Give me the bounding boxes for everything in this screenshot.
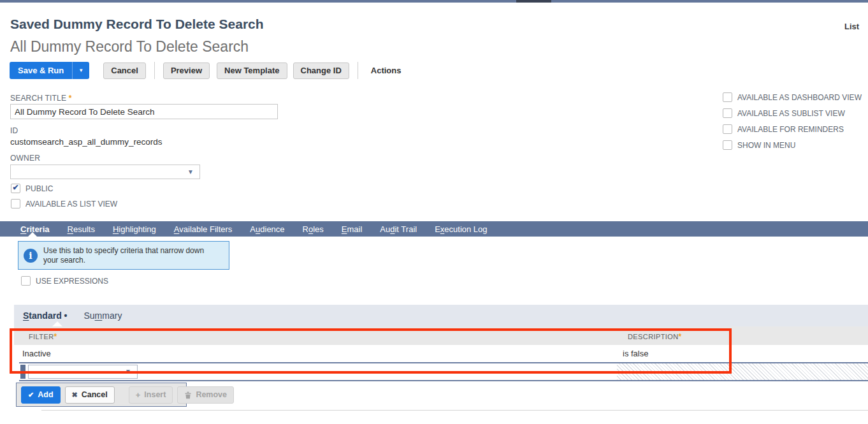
filters-table-header: FILTER* DESCRIPTION* — [14, 326, 868, 345]
subtab-summary[interactable]: Summary — [83, 311, 122, 321]
tab-roles[interactable]: Roles — [303, 224, 324, 234]
subtab-bullet: • — [64, 311, 68, 321]
record-tab-bar: Criteria Results Highlighting Available … — [0, 221, 868, 237]
active-tab-notch — [28, 232, 37, 237]
top-bar — [0, 0, 868, 3]
trash-icon — [184, 391, 192, 399]
toolbar-separator — [358, 62, 358, 79]
search-title-input[interactable] — [10, 104, 278, 119]
filter-field-select[interactable]: ▼ — [28, 365, 138, 379]
check-icon: ✔ — [28, 391, 34, 399]
option-label: AVAILABLE FOR REMINDERS — [737, 125, 844, 134]
save-options-dropdown-button[interactable]: ▼ — [72, 62, 89, 79]
available-as-list-view-label: AVAILABLE AS LIST VIEW — [25, 200, 117, 208]
public-label: PUBLIC — [25, 184, 53, 193]
available-as-list-view-checkbox[interactable]: ✔ — [11, 199, 20, 208]
use-expressions-label: USE EXPRESSIONS — [36, 277, 108, 286]
use-expressions-checkbox[interactable]: ✔ — [21, 276, 31, 286]
active-subtab-notch — [52, 321, 62, 326]
option-row: ✔ SHOW IN MENU — [723, 137, 862, 153]
owner-select[interactable]: ▼ — [10, 164, 200, 179]
tab-results[interactable]: Results — [68, 224, 95, 234]
tab-highlighting[interactable]: Highlighting — [113, 224, 156, 234]
saved-search-page: Saved Dummy Record To Delete Search List… — [0, 0, 868, 424]
change-id-button[interactable]: Change ID — [293, 62, 349, 79]
public-checkbox[interactable]: ✔ — [11, 184, 20, 193]
save-and-run-button[interactable]: Save & Run — [10, 62, 72, 79]
table-row[interactable]: Inactive is false — [14, 345, 868, 362]
save-and-run-split-button: Save & Run ▼ — [10, 62, 89, 79]
option-row: ✔ AVAILABLE FOR REMINDERS — [723, 121, 862, 137]
insert-button[interactable]: + Insert — [129, 386, 173, 404]
use-expressions-row: ✔ USE EXPRESSIONS — [21, 276, 108, 286]
public-row: ✔ PUBLIC — [11, 184, 53, 193]
available-as-dashboard-view-checkbox[interactable]: ✔ — [723, 92, 732, 102]
owner-label: OWNER — [10, 154, 40, 163]
chevron-down-icon: ▼ — [125, 369, 131, 375]
chevron-down-icon: ▼ — [187, 169, 194, 175]
plus-icon: + — [136, 390, 141, 400]
subtab-standard[interactable]: Standard • — [23, 311, 67, 321]
available-as-list-view-row: ✔ AVAILABLE AS LIST VIEW — [11, 199, 117, 208]
search-title-label: SEARCH TITLE * — [10, 94, 72, 103]
show-in-menu-checkbox[interactable]: ✔ — [723, 140, 732, 150]
tab-audit-trail[interactable]: Audit Trail — [380, 224, 417, 234]
available-for-reminders-checkbox[interactable]: ✔ — [723, 124, 732, 134]
display-options: ✔ AVAILABLE AS DASHBOARD VIEW ✔ AVAILABL… — [723, 89, 862, 153]
record-title: All Dummy Record To Delete Search — [10, 38, 249, 55]
row-drag-handle[interactable] — [20, 365, 25, 379]
cancel-button[interactable]: Cancel — [103, 62, 146, 79]
description-cell: is false — [623, 349, 648, 358]
page-title: Saved Dummy Record To Delete Search — [10, 17, 264, 32]
list-link[interactable]: List — [844, 22, 859, 31]
content-divider — [41, 410, 868, 411]
remove-button[interactable]: Remove — [177, 386, 234, 404]
option-label: AVAILABLE AS DASHBOARD VIEW — [737, 93, 862, 102]
top-bar-dark-segment — [516, 0, 551, 3]
chevron-down-icon: ▼ — [78, 68, 83, 73]
required-asterisk: * — [679, 332, 682, 341]
required-asterisk: * — [69, 94, 72, 103]
id-value: customsearch_asp_all_dummy_records — [10, 137, 163, 147]
option-label: SHOW IN MENU — [737, 141, 795, 150]
toolbar: Save & Run ▼ Cancel Preview New Template… — [10, 62, 401, 79]
id-label: ID — [10, 126, 18, 135]
row-action-panel: ✔ Add ✖ Cancel + Insert Remove — [16, 383, 187, 407]
required-asterisk: * — [54, 332, 57, 341]
table-edit-row: ▼ — [19, 362, 868, 381]
check-icon: ✔ — [12, 183, 18, 192]
preview-button[interactable]: Preview — [163, 62, 210, 79]
add-button[interactable]: ✔ Add — [21, 386, 61, 404]
toolbar-separator — [154, 62, 155, 79]
x-icon: ✖ — [72, 391, 78, 399]
info-text: Use this tab to specify criteria that na… — [43, 246, 210, 265]
info-icon: i — [24, 249, 38, 263]
option-label: AVAILABLE AS SUBLIST VIEW — [737, 109, 845, 118]
tab-audience[interactable]: Audience — [250, 224, 284, 234]
cancel-row-button[interactable]: ✖ Cancel — [65, 386, 115, 404]
tab-execution-log[interactable]: Execution Log — [435, 224, 487, 234]
criteria-subtab-bar: Standard • Summary — [14, 305, 868, 326]
tab-email[interactable]: Email — [342, 224, 363, 234]
tab-available-filters[interactable]: Available Filters — [174, 224, 233, 234]
option-row: ✔ AVAILABLE AS DASHBOARD VIEW — [723, 89, 862, 105]
actions-menu[interactable]: Actions — [371, 66, 401, 75]
info-box: i Use this tab to specify criteria that … — [18, 241, 229, 270]
filter-column-header: FILTER* — [29, 332, 57, 341]
readonly-description-cell — [617, 363, 868, 380]
description-column-header: DESCRIPTION* — [628, 332, 682, 341]
option-row: ✔ AVAILABLE AS SUBLIST VIEW — [723, 105, 862, 121]
filter-cell: Inactive — [22, 349, 51, 358]
new-template-button[interactable]: New Template — [217, 62, 287, 79]
available-as-sublist-view-checkbox[interactable]: ✔ — [723, 108, 732, 118]
